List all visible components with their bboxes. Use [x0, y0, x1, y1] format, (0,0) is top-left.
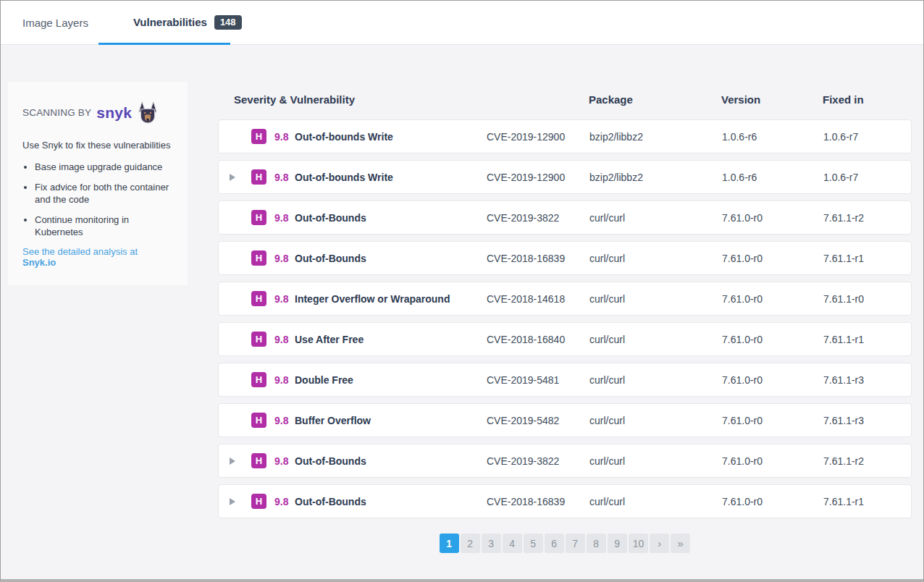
- expand-arrow-icon[interactable]: [230, 457, 235, 465]
- expand-arrow-cell: [219, 293, 251, 305]
- expand-arrow-cell: [219, 172, 251, 183]
- expand-arrow-icon[interactable]: [230, 498, 235, 505]
- cvss-score: 9.8: [274, 172, 295, 183]
- cvss-score: 9.8: [274, 334, 295, 345]
- tab-image-layers[interactable]: Image Layers: [22, 17, 88, 29]
- sidebar-intro-text: Use Snyk to fix these vulnerabilities: [22, 140, 173, 151]
- cvss-score: 9.8: [274, 374, 295, 386]
- cvss-score: 9.8: [274, 455, 295, 467]
- vulnerability-title[interactable]: Out-of-bounds Write: [295, 172, 487, 183]
- cvss-score: 9.8: [274, 212, 295, 224]
- package-name: curl/curl: [589, 212, 722, 224]
- table-row[interactable]: H 9.8 Use After Free CVE-2018-16840 curl…: [218, 322, 912, 356]
- page-button-4[interactable]: 4: [503, 534, 522, 553]
- sidebar-bullet: Continue monitoring in Kubernetes: [35, 214, 173, 238]
- fixed-in-version: 7.61.1-r3: [823, 374, 911, 386]
- table-body: H 9.8 Out-of-bounds Write CVE-2019-12900…: [218, 119, 912, 518]
- expand-arrow-icon[interactable]: [230, 174, 235, 181]
- table-row[interactable]: H 9.8 Double Free CVE-2019-5481 curl/cur…: [218, 363, 912, 397]
- table-row[interactable]: H 9.8 Out-of-Bounds CVE-2018-16839 curl/…: [218, 484, 912, 518]
- page-button-9[interactable]: 9: [608, 534, 627, 553]
- page-button-8[interactable]: 8: [587, 534, 606, 553]
- severity-badge: H: [251, 129, 266, 144]
- table-row[interactable]: H 9.8 Out-of-Bounds CVE-2018-16839 curl/…: [218, 241, 912, 275]
- column-header-fixed-in: Fixed in: [823, 93, 912, 106]
- column-header-severity: Severity & Vulnerability: [234, 93, 589, 106]
- page-button-3[interactable]: 3: [482, 534, 501, 553]
- scanning-by-label: SCANNING BY: [22, 107, 91, 118]
- package-name: bzip2/libbz2: [589, 172, 722, 183]
- severity-badge: H: [251, 169, 266, 185]
- page-button-1[interactable]: 1: [440, 534, 459, 553]
- column-header-package: Package: [589, 93, 721, 106]
- fixed-in-version: 7.61.1-r3: [823, 415, 911, 426]
- tab-bar: Image Layers Vulnerabilities 148: [1, 1, 923, 45]
- fixed-in-version: 1.0.6-r7: [823, 172, 911, 183]
- page-button-10[interactable]: 10: [629, 534, 649, 553]
- table-row[interactable]: H 9.8 Buffer Overflow CVE-2019-5482 curl…: [218, 403, 912, 437]
- expand-arrow-cell: [219, 253, 251, 264]
- package-version: 7.61.0-r0: [722, 496, 823, 507]
- page-button-5[interactable]: 5: [524, 534, 543, 553]
- vulnerability-title[interactable]: Out-of-Bounds: [295, 253, 487, 264]
- table-row[interactable]: H 9.8 Out-of-bounds Write CVE-2019-12900…: [218, 119, 912, 153]
- package-version: 7.61.0-r0: [722, 253, 823, 264]
- table-row[interactable]: H 9.8 Out-of-bounds Write CVE-2019-12900…: [218, 160, 912, 194]
- expand-arrow-cell: [219, 415, 251, 426]
- package-name: curl/curl: [589, 455, 722, 467]
- package-name: curl/curl: [589, 334, 722, 345]
- expand-arrow-cell: [219, 212, 251, 224]
- cvss-score: 9.8: [274, 253, 295, 264]
- package-name: curl/curl: [589, 374, 722, 386]
- cve-id: CVE-2018-14618: [487, 293, 589, 305]
- sidebar-bullet: Fix advice for both the container and th…: [35, 181, 173, 206]
- package-version: 1.0.6-r6: [722, 172, 823, 183]
- cve-id: CVE-2019-3822: [487, 455, 589, 467]
- table-row[interactable]: H 9.8 Out-of-Bounds CVE-2019-3822 curl/c…: [218, 444, 912, 478]
- package-name: bzip2/libbz2: [589, 131, 722, 143]
- expand-arrow-cell: [219, 496, 251, 507]
- tab-vulnerabilities-label: Vulnerabilities: [133, 16, 207, 28]
- vulnerability-title[interactable]: Out-of-bounds Write: [295, 131, 487, 143]
- cve-id: CVE-2019-5481: [487, 374, 589, 386]
- snyk-analysis-link-text: See the detailed analysis at: [22, 246, 138, 257]
- severity-badge: H: [251, 494, 266, 509]
- package-version: 7.61.0-r0: [722, 334, 823, 345]
- package-version: 7.61.0-r0: [722, 293, 823, 305]
- vulnerability-title[interactable]: Out-of-Bounds: [295, 455, 487, 467]
- table-row[interactable]: H 9.8 Integer Overflow or Wraparound CVE…: [218, 282, 912, 316]
- severity-badge: H: [251, 372, 266, 387]
- vulnerability-title[interactable]: Double Free: [295, 374, 487, 386]
- cve-id: CVE-2019-5482: [487, 415, 589, 426]
- package-name: curl/curl: [589, 496, 722, 507]
- page-button-6[interactable]: 6: [545, 534, 564, 553]
- snyk-io-link-brand: Snyk.io: [22, 257, 56, 268]
- vulnerability-title[interactable]: Integer Overflow or Wraparound: [295, 293, 487, 305]
- tab-vulnerabilities[interactable]: Vulnerabilities 148: [133, 15, 242, 30]
- severity-badge: H: [251, 413, 266, 428]
- fixed-in-version: 7.61.1-r1: [823, 253, 911, 264]
- page-button-7[interactable]: 7: [566, 534, 585, 553]
- severity-badge: H: [251, 210, 266, 225]
- severity-badge: H: [251, 291, 266, 306]
- column-header-version: Version: [721, 93, 823, 106]
- package-version: 1.0.6-r6: [722, 131, 823, 143]
- fixed-in-version: 1.0.6-r7: [823, 131, 911, 143]
- snyk-sidebar-card: SCANNING BY snyk Use Snyk to fix these v…: [8, 82, 188, 285]
- table-header-row: Severity & Vulnerability Package Version…: [218, 88, 912, 119]
- next-page-button[interactable]: ›: [650, 534, 669, 553]
- cvss-score: 9.8: [274, 293, 295, 305]
- table-row[interactable]: H 9.8 Out-of-Bounds CVE-2019-3822 curl/c…: [218, 201, 912, 235]
- vulnerability-title[interactable]: Out-of-Bounds: [295, 496, 487, 507]
- cve-id: CVE-2018-16839: [487, 253, 589, 264]
- cve-id: CVE-2018-16839: [487, 496, 589, 507]
- vulnerability-title[interactable]: Use After Free: [295, 334, 487, 345]
- scan-results-window: Image Layers Vulnerabilities 148 SCANNIN…: [0, 0, 924, 582]
- vulnerability-title[interactable]: Buffer Overflow: [295, 415, 487, 426]
- last-page-button[interactable]: »: [671, 534, 690, 553]
- vulnerability-count-badge: 148: [214, 15, 242, 30]
- vulnerability-title[interactable]: Out-of-Bounds: [295, 212, 487, 224]
- package-name: curl/curl: [589, 415, 722, 426]
- snyk-analysis-link[interactable]: See the detailed analysis at Snyk.io: [22, 246, 173, 268]
- page-button-2[interactable]: 2: [461, 534, 480, 553]
